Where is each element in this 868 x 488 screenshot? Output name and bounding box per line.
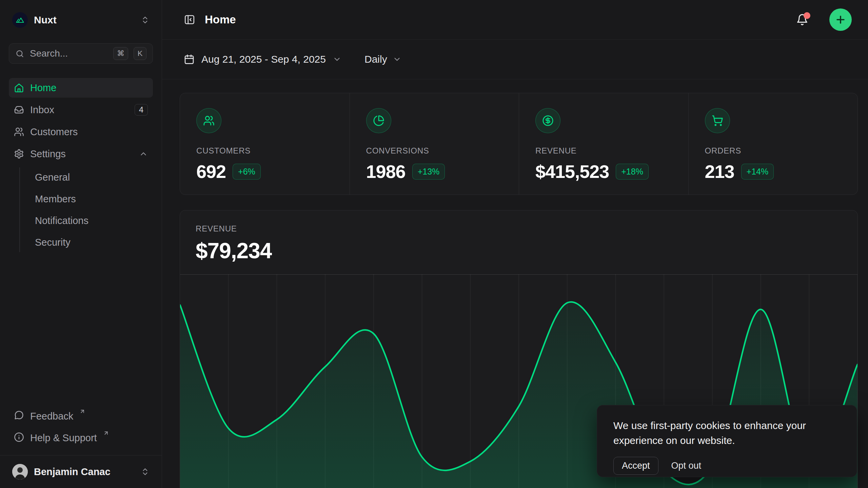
cookie-banner: We use first-party cookies to enhance yo…	[597, 405, 857, 477]
sidebar-footer: Feedback Help & Support	[0, 406, 162, 455]
user-menu[interactable]: Benjamin Canac	[0, 455, 162, 488]
sidebar-item-general[interactable]: General	[30, 167, 153, 187]
stat-value: 692	[196, 161, 226, 182]
date-range-picker[interactable]: Aug 21, 2025 - Sep 4, 2025	[184, 54, 341, 65]
settings-sub-list: General Members Notifications Security	[19, 167, 153, 252]
sidebar-item-label: Home	[30, 82, 148, 94]
sidebar-item-inbox[interactable]: Inbox 4	[9, 100, 153, 120]
chevrons-up-down-icon	[141, 467, 150, 476]
inbox-icon	[14, 105, 24, 115]
avatar	[12, 464, 28, 480]
home-icon	[14, 83, 24, 93]
sidebar-item-members[interactable]: Members	[30, 189, 153, 209]
stat-customers[interactable]: CUSTOMERS 692 +6%	[180, 93, 350, 195]
cookie-message: We use first-party cookies to enhance yo…	[613, 418, 830, 448]
sidebar-item-notifications[interactable]: Notifications	[30, 211, 153, 230]
stat-conversions[interactable]: CONVERSIONS 1986 +13%	[350, 93, 519, 195]
help-support-label: Help & Support	[30, 432, 97, 444]
stat-delta-badge: +6%	[233, 164, 261, 180]
cookie-optout-button[interactable]: Opt out	[671, 461, 702, 471]
users-icon	[14, 127, 24, 137]
notification-dot	[804, 12, 810, 19]
cookie-accept-button[interactable]: Accept	[613, 457, 658, 475]
search-input[interactable]: Search... ⌘ K	[9, 43, 153, 64]
sidebar-item-label: Customers	[30, 126, 148, 138]
main-header: Home	[162, 0, 868, 40]
sidebar-item-home[interactable]: Home	[9, 78, 153, 98]
revenue-chart-label: REVENUE	[196, 224, 842, 233]
sidebar-item-settings[interactable]: Settings	[9, 144, 153, 164]
sidebar-item-customers[interactable]: Customers	[9, 122, 153, 142]
help-support-link[interactable]: Help & Support	[9, 428, 153, 448]
sidebar-item-label: Settings	[30, 148, 133, 160]
date-range-value: Aug 21, 2025 - Sep 4, 2025	[201, 54, 326, 65]
sidebar-item-security[interactable]: Security	[30, 232, 153, 252]
feedback-label: Feedback	[30, 410, 73, 422]
info-circle-icon	[14, 432, 24, 442]
stat-label: REVENUE	[535, 146, 672, 156]
external-link-icon	[103, 430, 109, 436]
workspace-name: Nuxt	[34, 14, 135, 26]
stat-delta-badge: +13%	[412, 164, 445, 180]
shopping-cart-icon	[705, 108, 730, 133]
kbd-k: K	[134, 47, 146, 60]
gear-icon	[14, 149, 24, 159]
chevron-up-icon	[139, 149, 148, 158]
notifications-bell-icon[interactable]	[796, 14, 808, 26]
stat-delta-badge: +14%	[741, 164, 774, 180]
page-title: Home	[205, 13, 787, 26]
granularity-value: Daily	[364, 54, 387, 65]
chevron-down-icon	[333, 55, 341, 64]
add-button[interactable]	[829, 8, 852, 31]
search-placeholder: Search...	[30, 48, 108, 59]
sidebar: Nuxt Search... ⌘ K Home	[0, 0, 162, 488]
kbd-cmd: ⌘	[113, 47, 128, 60]
inbox-count-badge: 4	[135, 104, 148, 116]
stat-value: 1986	[366, 161, 406, 182]
chat-bubble-icon	[14, 410, 24, 421]
stat-value: 213	[705, 161, 734, 182]
stat-value: $415,523	[535, 161, 609, 182]
circle-dollar-icon	[535, 108, 560, 133]
stat-orders[interactable]: ORDERS 213 +14%	[688, 93, 858, 195]
granularity-select[interactable]: Daily	[364, 54, 401, 65]
stat-label: CONVERSIONS	[366, 146, 503, 156]
pie-chart-icon	[366, 108, 391, 133]
sidebar-collapse-icon[interactable]	[184, 14, 195, 25]
sidebar-item-label: Inbox	[30, 104, 129, 116]
stat-label: ORDERS	[705, 146, 842, 156]
stat-revenue[interactable]: REVENUE $415,523 +18%	[519, 93, 688, 195]
stat-delta-badge: +18%	[616, 164, 649, 180]
search-icon	[15, 49, 24, 58]
stats-card: CUSTOMERS 692 +6% CONVERSIONS 1986 +13% …	[180, 93, 858, 195]
toolbar: Aug 21, 2025 - Sep 4, 2025 Daily	[162, 40, 868, 79]
stat-label: CUSTOMERS	[196, 146, 333, 156]
chevron-down-icon	[393, 55, 401, 64]
users-icon	[196, 108, 221, 133]
workspace-switcher[interactable]: Nuxt	[9, 9, 153, 31]
calendar-icon	[184, 54, 195, 65]
chevrons-up-down-icon	[141, 16, 150, 24]
feedback-link[interactable]: Feedback	[9, 406, 153, 426]
external-link-icon	[79, 408, 85, 414]
revenue-chart-value: $79,234	[196, 238, 842, 263]
sidebar-nav: Home Inbox 4 Customers Settings	[9, 78, 153, 252]
user-name: Benjamin Canac	[34, 466, 135, 477]
nuxt-logo-icon	[12, 12, 28, 28]
